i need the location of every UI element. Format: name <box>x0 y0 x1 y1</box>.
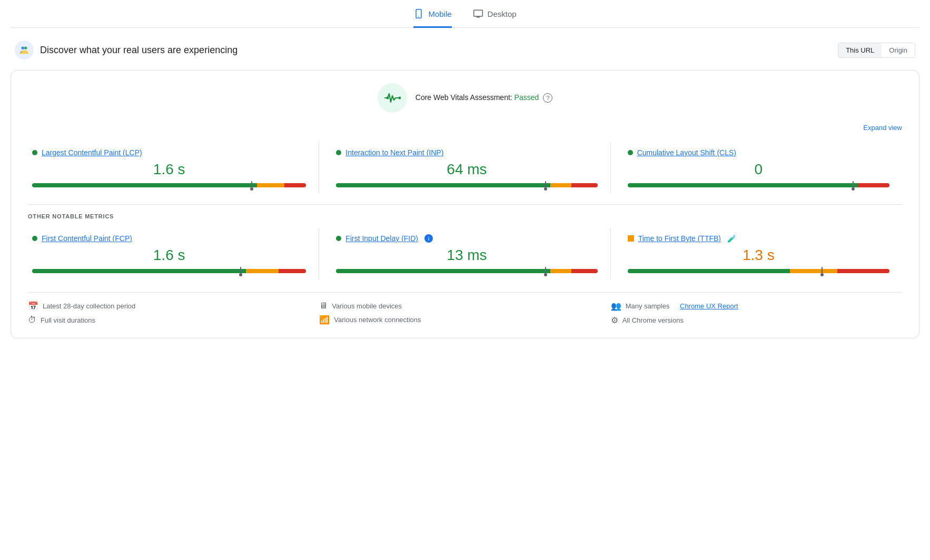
footer-network-text: Various network connections <box>334 316 421 324</box>
core-metrics-grid: Largest Contentful Paint (LCP) 1.6 s Int… <box>28 142 902 194</box>
tab-mobile-label: Mobile <box>428 9 451 18</box>
vitals-icon <box>384 91 401 105</box>
cwv-status: Passed <box>515 93 539 102</box>
fcp-status-dot <box>32 236 37 241</box>
mobile-icon <box>413 8 424 19</box>
cwv-assessment: Core Web Vitals Assessment: Passed ? <box>415 93 552 103</box>
metric-fid: First Input Delay (FID) i 13 ms <box>319 228 610 279</box>
metric-cls: Cumulative Layout Shift (CLS) 0 <box>611 142 902 194</box>
lcp-value: 1.6 s <box>32 161 306 178</box>
cls-status-dot <box>628 150 633 155</box>
other-metrics-grid: First Contentful Paint (FCP) 1.6 s First… <box>28 228 902 279</box>
url-origin-toggle: This URL Origin <box>838 43 915 58</box>
fcp-link[interactable]: First Contentful Paint (FCP) <box>42 234 132 243</box>
metric-fcp: First Contentful Paint (FCP) 1.6 s <box>28 228 319 279</box>
cwv-assessment-label: Core Web Vitals Assessment: <box>415 93 512 102</box>
svg-rect-2 <box>473 10 482 16</box>
cwv-icon-circle <box>378 83 407 113</box>
metric-inp-label: Interaction to Next Paint (INP) <box>336 148 597 157</box>
fid-status-dot <box>336 236 341 241</box>
calendar-icon: 📅 <box>28 301 38 311</box>
inp-bar <box>336 183 597 187</box>
footer-samples-text: Many samples <box>626 302 670 310</box>
footer-collection-period: 📅 Latest 28-day collection period <box>28 301 319 311</box>
cls-link[interactable]: Cumulative Layout Shift (CLS) <box>637 148 736 157</box>
footer-chrome-versions: ⚙ All Chrome versions <box>611 315 902 325</box>
footer-mobile-devices: 🖥 Various mobile devices <box>319 301 610 311</box>
chrome-icon: ⚙ <box>611 315 618 325</box>
chrome-ux-link[interactable]: Chrome UX Report <box>680 302 738 310</box>
timer-icon: ⏱ <box>28 315 36 325</box>
other-metrics-label: OTHER NOTABLE METRICS <box>28 213 902 219</box>
cls-bar <box>628 183 889 187</box>
lcp-status-dot <box>32 150 37 155</box>
fid-bar <box>336 269 597 273</box>
svg-point-8 <box>398 97 401 99</box>
footer-samples: 👥 Many samples Chrome UX Report <box>611 301 902 311</box>
origin-button[interactable]: Origin <box>882 43 915 57</box>
metric-fid-label: First Input Delay (FID) i <box>336 234 597 243</box>
avatar <box>15 41 34 59</box>
tab-bar: Mobile Desktop <box>11 0 919 28</box>
ttfb-link[interactable]: Time to First Byte (TTFB) <box>638 234 721 243</box>
metric-ttfb-label: Time to First Byte (TTFB) 🧪 <box>628 234 889 243</box>
metric-lcp-label: Largest Contentful Paint (LCP) <box>32 148 306 157</box>
footer-full-visit: ⏱ Full visit durations <box>28 315 319 325</box>
expand-view-container: Expand view <box>28 123 902 132</box>
footer-col3: 👥 Many samples Chrome UX Report ⚙ All Ch… <box>611 301 902 325</box>
inp-link[interactable]: Interaction to Next Paint (INP) <box>345 148 443 157</box>
footer-full-visit-text: Full visit durations <box>41 316 95 324</box>
this-url-button[interactable]: This URL <box>838 43 882 57</box>
fid-value: 13 ms <box>336 247 597 264</box>
page-title: Discover what your real users are experi… <box>40 45 238 56</box>
flask-icon[interactable]: 🧪 <box>727 234 736 243</box>
expand-view-link[interactable]: Expand view <box>863 124 902 132</box>
footer-col2: 🖥 Various mobile devices 📶 Various netwo… <box>319 301 610 325</box>
footer-collection-period-text: Latest 28-day collection period <box>43 302 135 310</box>
header-section: Discover what your real users are experi… <box>11 41 919 59</box>
ttfb-bar <box>628 269 889 273</box>
section-divider <box>28 204 902 205</box>
tab-desktop[interactable]: Desktop <box>473 8 517 28</box>
metric-ttfb: Time to First Byte (TTFB) 🧪 1.3 s <box>611 228 902 279</box>
group-icon: 👥 <box>611 301 621 311</box>
lcp-bar <box>32 183 306 187</box>
tab-desktop-label: Desktop <box>488 9 517 18</box>
ttfb-value: 1.3 s <box>628 247 889 264</box>
fid-link[interactable]: First Input Delay (FID) <box>345 234 418 243</box>
footer-col1: 📅 Latest 28-day collection period ⏱ Full… <box>28 301 319 325</box>
svg-point-6 <box>24 47 27 50</box>
fcp-bar <box>32 269 306 273</box>
metric-cls-label: Cumulative Layout Shift (CLS) <box>628 148 889 157</box>
users-icon <box>18 44 30 56</box>
main-card: Core Web Vitals Assessment: Passed ? Exp… <box>11 70 919 338</box>
footer-network: 📶 Various network connections <box>319 315 610 325</box>
desktop-icon <box>473 8 483 19</box>
header-left: Discover what your real users are experi… <box>15 41 238 59</box>
footer-info: 📅 Latest 28-day collection period ⏱ Full… <box>28 292 902 325</box>
footer-chrome-versions-text: All Chrome versions <box>622 316 684 324</box>
tab-mobile[interactable]: Mobile <box>413 8 451 28</box>
inp-value: 64 ms <box>336 161 597 178</box>
svg-point-5 <box>22 47 25 50</box>
cwv-help-icon[interactable]: ? <box>543 93 552 103</box>
monitor-icon: 🖥 <box>319 301 328 311</box>
lcp-link[interactable]: Largest Contentful Paint (LCP) <box>42 148 142 157</box>
cwv-header: Core Web Vitals Assessment: Passed ? <box>28 83 902 113</box>
wifi-icon: 📶 <box>319 315 330 325</box>
fid-info-icon[interactable]: i <box>424 234 433 243</box>
footer-mobile-devices-text: Various mobile devices <box>332 302 402 310</box>
svg-point-7 <box>386 97 389 99</box>
metric-fcp-label: First Contentful Paint (FCP) <box>32 234 306 243</box>
ttfb-status-dot <box>628 235 634 242</box>
inp-status-dot <box>336 150 341 155</box>
fcp-value: 1.6 s <box>32 247 306 264</box>
cls-value: 0 <box>628 161 889 178</box>
metric-inp: Interaction to Next Paint (INP) 64 ms <box>319 142 610 194</box>
svg-rect-0 <box>416 9 421 18</box>
metric-lcp: Largest Contentful Paint (LCP) 1.6 s <box>28 142 319 194</box>
